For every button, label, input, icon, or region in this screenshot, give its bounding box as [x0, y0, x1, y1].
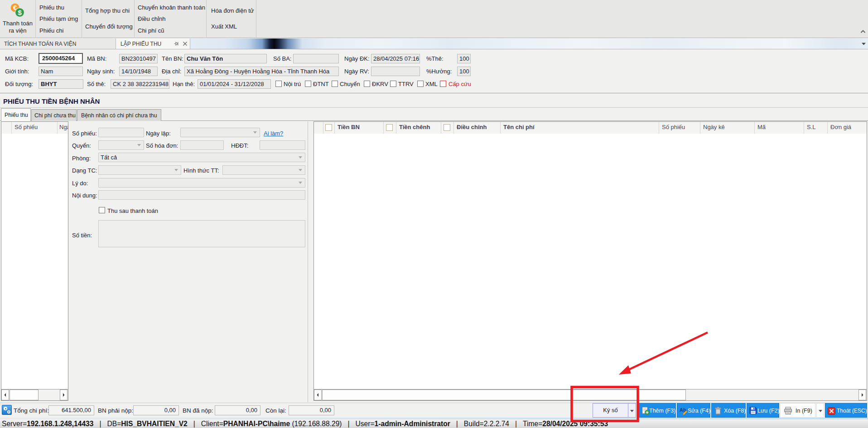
svg-text:$: $	[18, 9, 22, 16]
